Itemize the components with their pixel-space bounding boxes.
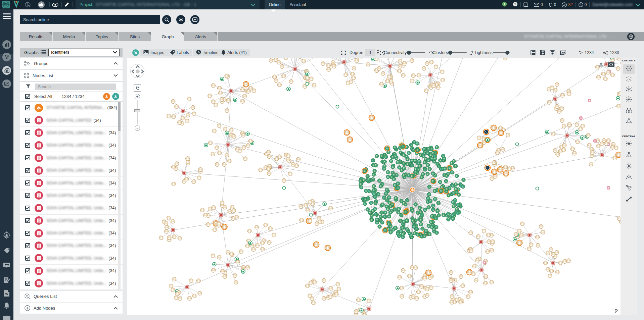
identifier-node[interactable]: E bbox=[373, 207, 377, 211]
person-node[interactable] bbox=[248, 139, 252, 143]
identifier-node[interactable]: E bbox=[372, 184, 375, 188]
flagged-node[interactable] bbox=[485, 165, 491, 171]
identifier-node[interactable]: L bbox=[385, 199, 389, 202]
person-node[interactable] bbox=[321, 62, 325, 66]
person-node[interactable] bbox=[277, 83, 281, 87]
person-node[interactable] bbox=[174, 296, 178, 300]
node-list-item[interactable]: SOVA CAPITAL LIMITED, Unite...(34) bbox=[20, 202, 123, 214]
identifier-node[interactable]: E bbox=[366, 177, 370, 181]
location-node[interactable] bbox=[233, 98, 237, 102]
identifier-node[interactable]: E bbox=[450, 170, 454, 174]
person-node[interactable] bbox=[208, 141, 212, 145]
company-hub-node[interactable] bbox=[528, 233, 531, 236]
person-node[interactable] bbox=[185, 119, 189, 123]
identifier-node[interactable] bbox=[282, 186, 285, 189]
identifier-node[interactable]: L bbox=[371, 159, 375, 162]
node-list-item[interactable]: SOVA CAPITAL LIMITED, Unite...(34) bbox=[20, 190, 123, 202]
person-node[interactable] bbox=[576, 140, 580, 144]
identifier-node[interactable]: F bbox=[393, 146, 397, 149]
location-node[interactable] bbox=[225, 131, 229, 135]
identifier-node[interactable]: F bbox=[411, 148, 415, 152]
person-node[interactable] bbox=[261, 247, 265, 251]
person-node[interactable] bbox=[596, 75, 600, 79]
person-node[interactable] bbox=[315, 58, 319, 58]
identifier-node[interactable]: E bbox=[418, 206, 421, 210]
person-node[interactable] bbox=[471, 272, 475, 276]
person-node[interactable] bbox=[555, 83, 559, 87]
person-node[interactable] bbox=[535, 235, 539, 239]
person-node[interactable] bbox=[400, 286, 404, 290]
item-checkbox[interactable] bbox=[25, 155, 30, 160]
add-nodes-section[interactable]: Add Nodes bbox=[20, 303, 123, 314]
identifier-node[interactable]: L bbox=[410, 163, 414, 167]
identifier-node[interactable]: E bbox=[415, 142, 419, 145]
identifier-node[interactable]: L bbox=[420, 175, 423, 179]
person-node[interactable] bbox=[232, 134, 236, 138]
identifier-node[interactable]: F bbox=[374, 201, 377, 205]
person-node[interactable] bbox=[298, 58, 302, 59]
person-node[interactable] bbox=[410, 79, 414, 83]
person-node[interactable] bbox=[366, 62, 370, 66]
groups-section[interactable]: Groups bbox=[20, 58, 123, 69]
list-scrollbar[interactable] bbox=[118, 102, 121, 290]
download-selected-button[interactable] bbox=[103, 93, 110, 100]
person-node[interactable] bbox=[477, 136, 481, 140]
person-node[interactable] bbox=[352, 66, 356, 70]
tree-central-button[interactable] bbox=[623, 151, 635, 160]
person-node[interactable] bbox=[200, 208, 204, 212]
person-node[interactable] bbox=[567, 122, 571, 126]
person-node[interactable] bbox=[459, 274, 463, 278]
person-node[interactable] bbox=[506, 133, 510, 137]
person-node[interactable] bbox=[529, 243, 533, 247]
collapse-icon[interactable] bbox=[341, 51, 346, 55]
person-node[interactable] bbox=[325, 245, 331, 251]
item-checkbox[interactable] bbox=[25, 143, 30, 148]
tab-assistant[interactable]: Assistant bbox=[286, 0, 310, 9]
identifier-node[interactable]: L bbox=[437, 213, 441, 217]
person-node[interactable] bbox=[235, 147, 239, 151]
identifier-node[interactable]: E bbox=[412, 225, 416, 228]
location-node[interactable] bbox=[485, 137, 490, 143]
trend-chart-icon[interactable] bbox=[2, 79, 11, 88]
person-node[interactable] bbox=[449, 278, 453, 282]
identifier-node[interactable]: L bbox=[428, 167, 431, 171]
person-node[interactable] bbox=[167, 114, 171, 118]
person-node[interactable] bbox=[423, 276, 427, 280]
person-node[interactable] bbox=[411, 295, 415, 299]
identifier-node[interactable]: E bbox=[413, 170, 417, 174]
identifier-node[interactable]: E bbox=[393, 183, 397, 187]
person-node[interactable] bbox=[476, 234, 480, 238]
person-node[interactable] bbox=[217, 222, 221, 226]
person-node[interactable] bbox=[259, 168, 263, 172]
person-node[interactable] bbox=[223, 127, 227, 131]
person-node[interactable] bbox=[169, 284, 173, 288]
person-node[interactable] bbox=[487, 239, 491, 244]
person-node[interactable] bbox=[344, 130, 350, 136]
identifier-node[interactable]: E bbox=[455, 207, 459, 211]
location-node[interactable] bbox=[220, 77, 224, 81]
person-node[interactable] bbox=[400, 294, 404, 298]
company-hub-node[interactable] bbox=[219, 213, 223, 217]
degree-input[interactable]: 1 bbox=[365, 49, 375, 56]
person-node[interactable] bbox=[282, 178, 286, 182]
person-node[interactable] bbox=[222, 162, 226, 166]
person-node[interactable] bbox=[429, 286, 433, 290]
person-node[interactable] bbox=[495, 151, 499, 155]
person-node[interactable] bbox=[178, 297, 182, 301]
slider-handle[interactable] bbox=[407, 51, 411, 55]
company-hub-node[interactable] bbox=[256, 233, 260, 236]
person-node[interactable] bbox=[234, 280, 238, 284]
tab-media[interactable]: Media bbox=[53, 32, 85, 41]
hamburger-menu-icon[interactable] bbox=[3, 13, 11, 20]
person-node[interactable] bbox=[486, 233, 490, 237]
location-node[interactable] bbox=[396, 286, 400, 290]
identifier-node[interactable]: L bbox=[442, 213, 445, 217]
person-node[interactable] bbox=[308, 200, 312, 204]
identifier-node[interactable]: E bbox=[417, 159, 421, 163]
identifier-node[interactable]: F bbox=[390, 155, 394, 159]
item-checkbox[interactable] bbox=[25, 168, 30, 173]
person-node[interactable] bbox=[562, 148, 566, 152]
person-node[interactable] bbox=[346, 81, 350, 85]
node-list-item[interactable]: SOVA CAPITAL LIMITED, Unite...(34) bbox=[20, 265, 123, 277]
identifier-node[interactable]: E bbox=[398, 166, 401, 169]
